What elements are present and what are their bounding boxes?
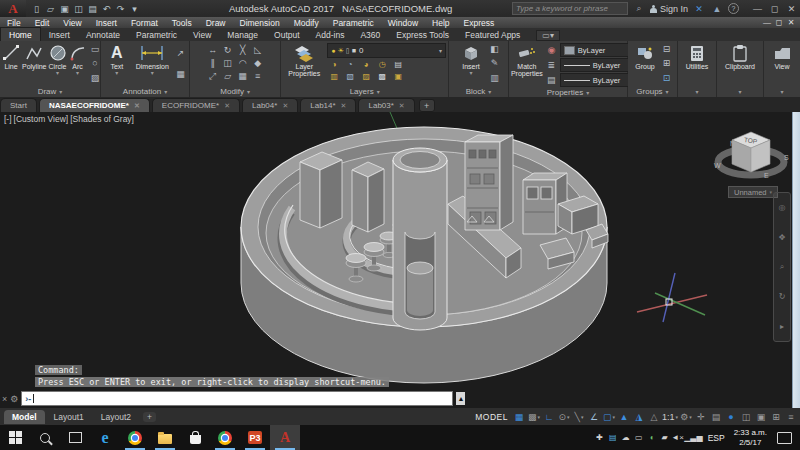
- ungroup-icon[interactable]: ⊟: [660, 43, 673, 55]
- customization-icon[interactable]: ≡: [784, 410, 798, 423]
- search-icon[interactable]: ⌕: [632, 3, 646, 14]
- properties-panel-label[interactable]: Properties▾: [509, 88, 627, 97]
- layer-prev-icon[interactable]: ▣: [391, 71, 405, 82]
- task-view-button[interactable]: [60, 425, 90, 450]
- color-wheel-icon[interactable]: ◉: [545, 44, 558, 56]
- help-search-input[interactable]: Type a keyword or phrase: [512, 2, 628, 15]
- plot-icon[interactable]: ▤: [86, 2, 99, 15]
- transparency-icon[interactable]: ▤: [545, 74, 558, 86]
- pan-icon[interactable]: ✥: [779, 233, 786, 242]
- menu-parametric[interactable]: Parametric: [326, 18, 381, 28]
- block-editor-icon[interactable]: ▥: [488, 72, 501, 84]
- orbit-icon[interactable]: ↻: [779, 292, 786, 301]
- isometric-drafting-icon[interactable]: ╲▾: [572, 410, 586, 423]
- store-icon[interactable]: [180, 425, 210, 450]
- edge-icon[interactable]: e: [90, 425, 120, 450]
- open-file-icon[interactable]: ▱: [44, 2, 57, 15]
- ribbon-tab-add-ins[interactable]: Add-ins: [308, 28, 353, 41]
- lineweight-icon[interactable]: ≣: [545, 59, 558, 71]
- table-icon[interactable]: ▦: [174, 68, 187, 80]
- a360-icon[interactable]: ✕: [692, 4, 706, 14]
- navigation-bar[interactable]: ◎✥⌕↻▸: [773, 192, 791, 342]
- layer-select-dropdown[interactable]: ●☀▯■ 0 ▾: [327, 43, 446, 58]
- drawing-tab-nasaecofridome[interactable]: NASAECOFRIDOME*✕: [39, 98, 150, 112]
- doc-close-button[interactable]: ✕: [785, 18, 797, 27]
- layer-unlock-icon[interactable]: ▨: [359, 71, 373, 82]
- drawing-tab-start[interactable]: Start: [0, 98, 37, 112]
- tab-close-icon[interactable]: ✕: [399, 102, 405, 110]
- menu-format[interactable]: Format: [124, 18, 165, 28]
- line-button[interactable]: Line: [2, 42, 20, 85]
- annotation-monitor-icon[interactable]: ✛: [694, 410, 708, 423]
- dome-3d-model[interactable]: [0, 112, 800, 408]
- drawing-tab-lab04[interactable]: Lab04*✕: [242, 98, 298, 112]
- visual-style-button[interactable]: [Shades of Gray]: [70, 114, 134, 124]
- object-snap-icon[interactable]: ▢▾: [602, 410, 616, 423]
- clipboard-button[interactable]: Clipboard: [719, 42, 761, 85]
- offset-icon[interactable]: ≡: [250, 70, 265, 82]
- utilities-button[interactable]: Utilities: [680, 42, 714, 85]
- graphics-performance-icon[interactable]: ▣: [754, 410, 768, 423]
- ribbon-tab-home[interactable]: Home: [0, 27, 41, 41]
- display-icon[interactable]: ▭: [632, 431, 645, 445]
- tab-close-icon[interactable]: ✕: [282, 102, 288, 110]
- qat-menu-icon[interactable]: ▾: [128, 2, 141, 15]
- hatch-icon[interactable]: ▨: [89, 72, 102, 84]
- view-selector-button[interactable]: [Custom View]: [14, 114, 69, 124]
- viewport-scrollbar[interactable]: [792, 112, 800, 408]
- group-select-icon[interactable]: ⊡: [660, 72, 673, 84]
- menu-help[interactable]: Help: [425, 18, 456, 28]
- command-close-icon[interactable]: ×: [2, 394, 7, 404]
- draw-panel-label[interactable]: Draw▾: [0, 85, 100, 97]
- hidden-icons-chevron[interactable]: ✚: [593, 431, 606, 445]
- viewport-menu-button[interactable]: [-]: [4, 114, 12, 124]
- ribbon-tab-a360[interactable]: A360: [352, 28, 388, 41]
- insert-button[interactable]: Insert ▾: [456, 42, 486, 85]
- utilities-panel-label[interactable]: ▾: [678, 85, 716, 97]
- redo-icon[interactable]: ↷: [114, 2, 127, 15]
- layer-off-icon[interactable]: ◑: [327, 59, 341, 70]
- showmotion-icon[interactable]: ▸: [780, 322, 784, 331]
- tab-close-icon[interactable]: ✕: [224, 102, 230, 110]
- menu-insert[interactable]: Insert: [89, 18, 124, 28]
- polar-tracking-icon[interactable]: ⊙▾: [557, 410, 571, 423]
- group-button[interactable]: Group: [632, 42, 658, 85]
- dimension-button[interactable]: Dimension ▾: [133, 42, 172, 85]
- ribbon-tab-manage[interactable]: Manage: [219, 28, 266, 41]
- text-button[interactable]: A Text ▾: [103, 42, 131, 85]
- command-customize-icon[interactable]: ⚙: [10, 394, 18, 404]
- rotate-icon[interactable]: ↻: [220, 44, 235, 56]
- ribbon-minimize-button[interactable]: ▭▾: [536, 30, 560, 41]
- chrome-icon[interactable]: [120, 425, 150, 450]
- annotation-scale-icon[interactable]: △: [647, 410, 661, 423]
- grid-icon[interactable]: ▦: [512, 410, 526, 423]
- annotation-panel-label[interactable]: Annotation▾: [101, 85, 189, 97]
- minimize-button[interactable]: —: [749, 4, 766, 14]
- doc-minimize-button[interactable]: —: [761, 18, 773, 27]
- ribbon-tab-view[interactable]: View: [185, 28, 219, 41]
- view-panel-label[interactable]: ▾: [764, 85, 800, 97]
- language-indicator[interactable]: ESP: [705, 433, 728, 443]
- scale-icon[interactable]: ▱: [220, 70, 235, 82]
- drawing-tab-lab03[interactable]: Lab03*✕: [358, 98, 414, 112]
- view-button[interactable]: View: [766, 42, 798, 85]
- trim-icon[interactable]: ╳: [235, 44, 250, 56]
- volume-muted-icon[interactable]: ◄×: [671, 431, 684, 445]
- new-layout-button[interactable]: +: [143, 412, 156, 422]
- layer-thaw-icon[interactable]: ▧: [343, 71, 357, 82]
- annotation-visibility-icon[interactable]: ▲: [617, 410, 631, 423]
- layer-walk-icon[interactable]: ▩: [375, 71, 389, 82]
- app-store-icon[interactable]: ▲: [710, 4, 724, 14]
- ribbon-tab-parametric[interactable]: Parametric: [128, 28, 185, 41]
- ribbon-tab-annotate[interactable]: Annotate: [78, 28, 128, 41]
- rectangle-icon[interactable]: ▭: [89, 43, 102, 55]
- autocad-icon[interactable]: A: [270, 425, 300, 450]
- save-as-icon[interactable]: ◫: [72, 2, 85, 15]
- menu-express[interactable]: Express: [457, 18, 502, 28]
- model-space-badge[interactable]: MODEL: [475, 412, 508, 422]
- erase-icon[interactable]: ◺: [250, 44, 265, 56]
- ribbon-tab-output[interactable]: Output: [266, 28, 308, 41]
- mirror-icon[interactable]: ◫: [220, 57, 235, 69]
- block-panel-label[interactable]: Block▾: [449, 85, 508, 97]
- copy-icon[interactable]: ∥: [205, 57, 220, 69]
